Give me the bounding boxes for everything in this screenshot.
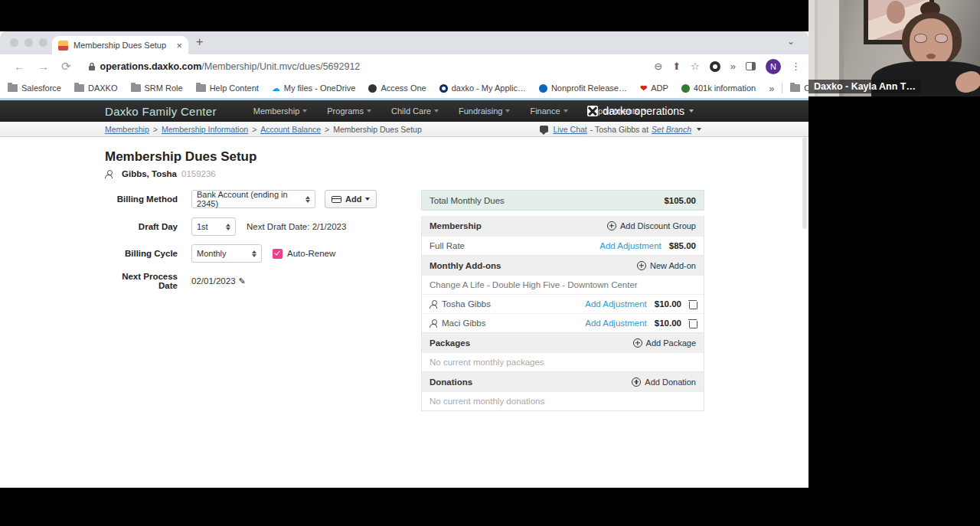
addon-member-name: Maci Gibbs [442, 319, 486, 328]
person-icon [430, 319, 437, 328]
auto-renew-checkbox[interactable] [273, 249, 283, 259]
dues-panel: Total Monthly Dues $105.00 Membership Ad… [421, 190, 704, 411]
breadcrumb-account-balance[interactable]: Account Balance [260, 125, 321, 134]
auto-renew-label: Auto-Renew [287, 249, 335, 258]
circle-plus-icon [607, 221, 616, 230]
add-donation-button[interactable]: Add Donation [632, 377, 696, 387]
set-branch-link[interactable]: Set Branch [652, 125, 691, 134]
bookmark-daxko[interactable]: DAXKO [74, 83, 118, 93]
breadcrumb: Membership > Membership Information > Ac… [105, 125, 422, 134]
side-panel-icon[interactable] [746, 62, 756, 70]
bookmark-nonprofit-release[interactable]: Nonprofit Release… [539, 83, 627, 93]
tab-search-chevron-icon[interactable]: ⌄ [787, 36, 795, 47]
membership-section-header: Membership Add Discount Group [422, 216, 704, 236]
close-window-button[interactable] [10, 38, 18, 47]
zoom-icon[interactable]: ⊖ [654, 60, 662, 72]
glasses [914, 34, 948, 43]
page-title: Membership Dues Setup [105, 149, 256, 165]
utility-bar: Membership > Membership Information > Ac… [0, 122, 808, 137]
add-discount-group-button[interactable]: Add Discount Group [607, 221, 696, 230]
add-adjustment-link[interactable]: Add Adjustment [585, 299, 647, 309]
caret-down-icon [697, 128, 701, 131]
addon-row-tosha: Tosha Gibbs Add Adjustment $10.00 [422, 294, 704, 313]
reload-button[interactable]: ⟳ [61, 60, 71, 74]
addon-member-name: Tosha Gibbs [442, 299, 491, 309]
bookmark-daxko-apps[interactable]: daxko - My Applic… [439, 83, 526, 93]
member-id: 0159236 [181, 169, 216, 178]
bookmark-salesforce[interactable]: Salesforce [8, 83, 61, 93]
more-extensions-icon[interactable]: » [730, 60, 736, 72]
next-process-date-value: 02/01/2023 [191, 276, 236, 286]
bookmark-adp[interactable]: ❤ADP [640, 83, 668, 93]
nav-menu-finance[interactable]: Finance [530, 106, 567, 116]
window-controls[interactable] [10, 38, 47, 47]
browser-menu-icon[interactable]: ⋮ [791, 60, 801, 72]
bookmark-onedrive[interactable]: ☁My files - OneDrive [272, 83, 356, 93]
maximize-window-button[interactable] [39, 38, 47, 47]
bookmark-srm-role[interactable]: SRM Role [131, 83, 183, 93]
folder-icon [8, 84, 18, 92]
person-icon [430, 300, 437, 309]
delete-addon-icon[interactable] [689, 300, 696, 309]
draft-day-select[interactable]: 1st [191, 217, 236, 236]
delete-addon-icon[interactable] [689, 319, 696, 328]
new-addon-button[interactable]: New Add-on [637, 261, 696, 270]
ssl-lock-icon [88, 62, 96, 71]
forward-button[interactable]: → [38, 60, 49, 73]
close-tab-icon[interactable]: × [176, 40, 182, 51]
bookmarks-overflow-icon[interactable]: » [769, 83, 774, 94]
bookmark-401k[interactable]: 401k information [681, 83, 756, 93]
nav-menu-child-care[interactable]: Child Care [391, 106, 439, 116]
nav-menu-fundraising[interactable]: Fundraising [459, 106, 510, 116]
daxko-nav-bar: Daxko Family Center Membership Programs … [0, 100, 808, 122]
globe-icon [368, 84, 377, 93]
webcam-video-tile[interactable]: Daxko - Kayla Ann T… [808, 0, 980, 96]
rate-name: Full Rate [430, 241, 465, 250]
cloud-icon: ☁ [272, 83, 280, 93]
extension-icon[interactable] [710, 61, 720, 72]
add-billing-method-button[interactable]: Add [325, 190, 377, 208]
next-draft-date-note: Next Draft Date: 2/1/2023 [247, 222, 346, 231]
brand-title[interactable]: Daxko Family Center [105, 105, 217, 118]
total-monthly-dues-row: Total Monthly Dues $105.00 [421, 190, 704, 211]
url-bar[interactable]: operations.daxko.com/Membership/Unit.mvc… [100, 61, 361, 72]
add-adjustment-link[interactable]: Add Adjustment [585, 319, 647, 328]
browser-tab[interactable]: Membership Dues Setup × [52, 36, 188, 54]
add-package-button[interactable]: Add Package [633, 338, 696, 348]
profile-avatar[interactable]: N [766, 59, 781, 74]
share-icon[interactable]: ⬆ [672, 60, 681, 72]
scrollbar[interactable] [802, 137, 807, 229]
caret-down-icon [434, 109, 439, 113]
folder-icon [74, 84, 84, 92]
daxko-operations-logo[interactable]: daxko operations [587, 105, 694, 117]
folder-icon [131, 84, 141, 92]
edit-pencil-icon[interactable]: ✎ [239, 276, 246, 286]
bookmark-access-one[interactable]: Access One [368, 83, 426, 93]
folder-icon [790, 84, 800, 92]
bookmark-star-icon[interactable]: ☆ [691, 60, 700, 72]
add-adjustment-link[interactable]: Add Adjustment [599, 241, 662, 250]
breadcrumb-membership-information[interactable]: Membership Information [162, 125, 248, 134]
nav-menu-programs[interactable]: Programs [327, 106, 371, 116]
minimize-window-button[interactable] [24, 38, 33, 47]
shield-icon [539, 84, 547, 93]
billing-method-select[interactable]: Bank Account (ending in 2345) [191, 190, 315, 208]
bookmarks-bar: Salesforce DAXKO SRM Role Help Content ☁… [0, 78, 808, 98]
breadcrumb-membership[interactable]: Membership [105, 125, 149, 134]
caret-down-icon [564, 109, 568, 113]
next-process-date-label: Next Process Date [105, 272, 178, 290]
live-chat-link[interactable]: Live Chat [553, 125, 586, 134]
billing-cycle-select[interactable]: Monthly [191, 244, 262, 263]
back-button[interactable]: ← [14, 60, 25, 73]
caret-down-icon [367, 109, 371, 113]
select-stepper-icon [220, 224, 230, 230]
nav-menu-membership[interactable]: Membership [253, 106, 308, 116]
new-tab-button[interactable]: + [196, 35, 203, 49]
caret-down-icon [302, 109, 307, 113]
donations-section-header: Donations Add Donation [422, 371, 704, 391]
page-content: Membership Dues Setup Gibbs, Tosha 01592… [0, 137, 808, 488]
next-process-date-row: Next Process Date 02/01/2023 ✎ [105, 272, 246, 290]
bookmark-help-content[interactable]: Help Content [196, 83, 259, 93]
draft-day-label: Draft Day [105, 222, 178, 231]
url-domain: operations.daxko.com [100, 61, 202, 72]
